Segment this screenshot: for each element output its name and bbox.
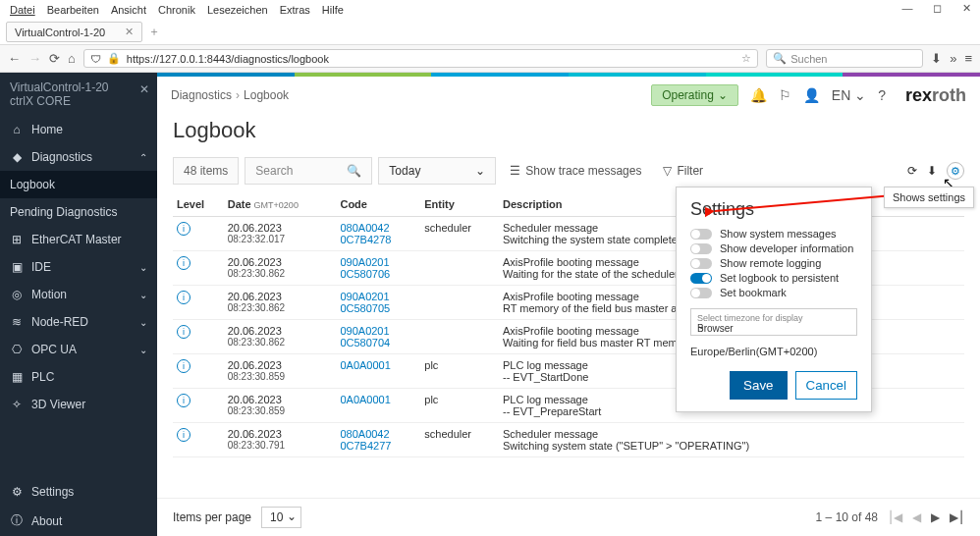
settings-toggle[interactable]: Set bookmark [690, 287, 857, 298]
refresh-icon[interactable]: ⟳ [907, 164, 917, 178]
last-page-icon[interactable]: ▶⎮ [950, 510, 964, 524]
switch-icon[interactable] [690, 288, 712, 298]
search-input[interactable]: Search🔍 [245, 157, 372, 185]
bell-icon[interactable]: 🔔 [750, 87, 767, 103]
download-icon[interactable]: ⬇ [931, 51, 942, 66]
filter-button[interactable]: ▽Filter [655, 160, 711, 182]
home-icon[interactable]: ⌂ [68, 51, 76, 66]
menu-icon[interactable]: ≡ [964, 51, 972, 66]
info-level-icon: i [177, 394, 191, 407]
sidebar-item-3dviewer[interactable]: ✧3D Viewer [0, 391, 157, 418]
switch-icon[interactable] [690, 258, 712, 269]
page-range: 1 – 10 of 48 [816, 510, 878, 524]
info-level-icon: i [177, 222, 191, 236]
items-per-page-select[interactable]: 10 [261, 507, 301, 528]
bookmark-star-icon[interactable]: ☆ [741, 52, 751, 65]
sidebar-item-ethercat[interactable]: ⊞EtherCAT Master [0, 226, 157, 253]
info-level-icon: i [177, 359, 191, 373]
code-link[interactable]: 0C580704 [340, 337, 416, 348]
code-link[interactable]: 090A0201 [340, 325, 416, 337]
switch-icon[interactable] [690, 273, 712, 284]
maximize-icon[interactable]: ◻ [927, 2, 947, 15]
reload-icon[interactable]: ⟳ [49, 51, 60, 66]
sidebar-close-icon[interactable]: ✕ [139, 82, 149, 96]
date-filter[interactable]: Today⌄ [378, 157, 496, 185]
info-icon: ⓘ [10, 512, 24, 529]
language-selector[interactable]: EN ⌄ [832, 87, 866, 103]
user-icon[interactable]: 👤 [803, 87, 820, 103]
code-link[interactable]: 0A0A0001 [340, 359, 416, 371]
code-link[interactable]: 080A0042 [340, 222, 416, 234]
filter-icon: ▽ [663, 164, 672, 178]
search-icon: 🔍 [347, 164, 361, 178]
sidebar-item-logbook[interactable]: Logbook [0, 171, 157, 198]
trace-icon: ☰ [510, 164, 520, 178]
breadcrumb: Diagnostics›Logbook [171, 88, 289, 102]
code-link[interactable]: 090A0201 [340, 256, 416, 268]
settings-toggle[interactable]: Set logbook to persistent [690, 272, 857, 284]
settings-toggle[interactable]: Show developer information [690, 242, 857, 254]
timezone-select[interactable]: Select timezone for display Browser ⌄ [690, 308, 857, 336]
code-link[interactable]: 090A0201 [340, 291, 416, 302]
help-icon[interactable]: ? [878, 87, 886, 103]
settings-toggle[interactable]: Show remote logging [690, 257, 857, 269]
plc-icon: ▦ [10, 370, 24, 384]
new-tab-icon[interactable]: ＋ [148, 24, 160, 40]
chevron-down-icon: ⌄ [139, 290, 147, 300]
sidebar-item-diagnostics[interactable]: ◆Diagnostics⌃ [0, 143, 157, 171]
info-level-icon: i [177, 291, 191, 304]
code-link[interactable]: 0A0A0001 [340, 394, 416, 405]
close-window-icon[interactable]: ✕ [956, 2, 976, 15]
chevron-down-icon: ⌄ [718, 88, 728, 102]
switch-icon[interactable] [690, 229, 712, 240]
item-count: 48 items [173, 157, 239, 185]
save-button[interactable]: Save [730, 371, 787, 400]
overflow-icon[interactable]: » [950, 51, 956, 66]
sidebar-item-plc[interactable]: ▦PLC [0, 363, 157, 391]
code-link[interactable]: 0C7B4278 [340, 234, 416, 245]
sidebar-item-motion[interactable]: ◎Motion⌄ [0, 281, 157, 308]
back-icon[interactable]: ← [8, 51, 21, 66]
close-tab-icon[interactable]: ✕ [125, 26, 134, 38]
code-link[interactable]: 0C580706 [340, 268, 416, 280]
3d-icon: ✧ [10, 398, 24, 411]
items-per-page-label: Items per page [173, 510, 251, 524]
sidebar-item-about[interactable]: ⓘAbout [0, 506, 157, 536]
code-link[interactable]: 0C7B4277 [340, 440, 416, 452]
flag-icon[interactable]: ⚐ [779, 87, 791, 103]
lock-icon: 🔒 [107, 52, 121, 65]
sidebar-item-nodered[interactable]: ≋Node-RED⌄ [0, 308, 157, 336]
switch-icon[interactable] [690, 243, 712, 254]
download-icon[interactable]: ⬇ [927, 164, 937, 178]
next-page-icon[interactable]: ▶ [931, 510, 940, 524]
sidebar: VirtualControl-1-20 ctrlX CORE ✕ ⌂Home ◆… [0, 73, 157, 536]
first-page-icon[interactable]: ⎮◀ [888, 510, 902, 524]
gear-icon: ⚙ [10, 485, 24, 499]
browser-tab[interactable]: VirtualControl-1-20 ✕ [6, 22, 142, 42]
browser-search[interactable]: 🔍 Suchen [766, 49, 923, 68]
info-level-icon: i [177, 256, 191, 270]
sidebar-item-opcua[interactable]: ⎔OPC UA⌄ [0, 336, 157, 363]
minimize-icon[interactable]: — [898, 2, 917, 15]
browser-menubar[interactable]: Datei Bearbeiten Ansicht Chronik Lesezei… [0, 0, 980, 20]
trace-toggle[interactable]: ☰Show trace messages [502, 160, 649, 182]
chevron-down-icon: ⌄ [475, 164, 485, 178]
url-bar[interactable]: 🛡 🔒 https://127.0.0.1:8443/diagnostics/l… [83, 49, 758, 68]
forward-icon[interactable]: → [28, 51, 41, 66]
sidebar-item-pending-diagnostics[interactable]: Pending Diagnostics [0, 198, 157, 226]
chevron-down-icon: ⌄ [139, 317, 147, 328]
prev-page-icon[interactable]: ◀ [912, 510, 921, 524]
chevron-down-icon: ⌄ [139, 262, 147, 273]
cancel-button[interactable]: Cancel [795, 371, 858, 400]
sidebar-item-home[interactable]: ⌂Home [0, 116, 157, 143]
opcua-icon: ⎔ [10, 343, 24, 356]
status-badge[interactable]: Operating⌄ [651, 84, 738, 106]
sidebar-item-ide[interactable]: ▣IDE⌄ [0, 253, 157, 281]
code-link[interactable]: 080A0042 [340, 428, 416, 440]
table-row[interactable]: i20.06.202308:23:30.791080A00420C7B4277s… [173, 423, 964, 457]
page-title: Logbook [157, 114, 980, 157]
timezone-value: Europe/Berlin(GMT+0200) [690, 346, 857, 357]
settings-toggle[interactable]: Show system messages [690, 228, 857, 240]
code-link[interactable]: 0C580705 [340, 302, 416, 314]
sidebar-item-settings[interactable]: ⚙Settings [0, 478, 157, 506]
